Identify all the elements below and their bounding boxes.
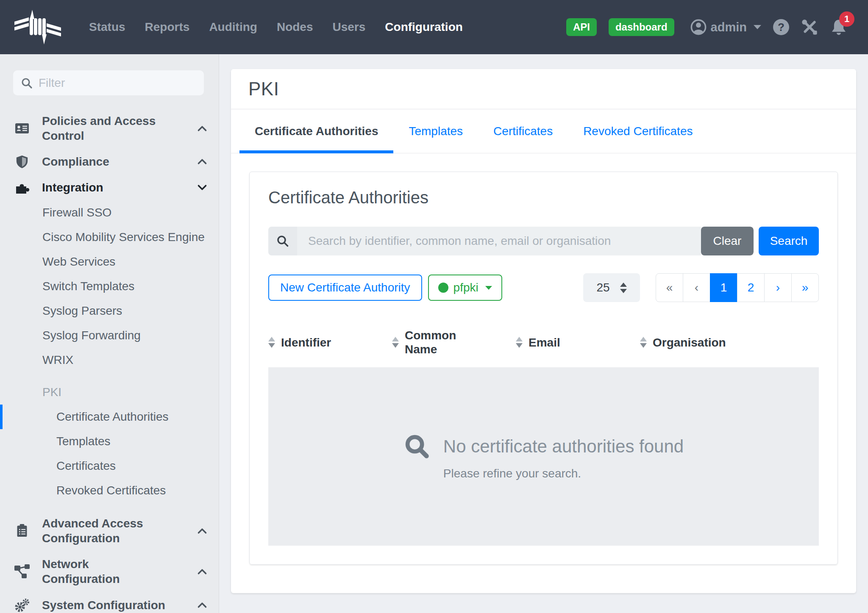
sidebar-filter[interactable] (13, 70, 204, 95)
sidebar-section-network-configuration[interactable]: Network Configuration (0, 551, 219, 592)
search-icon (21, 77, 33, 89)
sort-icon (640, 337, 647, 348)
sidebar-section-label: Advanced Access Configuration (42, 516, 169, 546)
chevron-down-icon (197, 184, 208, 191)
chevron-up-icon (197, 527, 208, 535)
sidebar-item-certificate-authorities[interactable]: Certificate Authorities (0, 405, 219, 429)
empty-state: No certificate authorities found Please … (268, 367, 819, 546)
search-row: Clear Search (268, 227, 819, 255)
sidebar-section-advanced-access[interactable]: Advanced Access Configuration (0, 510, 219, 551)
column-header-organisation[interactable]: Organisation (640, 328, 819, 356)
nav-auditing[interactable]: Auditing (209, 20, 257, 34)
chevron-down-icon (485, 286, 492, 290)
pagination-last[interactable]: » (791, 273, 819, 302)
new-certificate-authority-button[interactable]: New Certificate Authority (268, 275, 422, 301)
clipboard-icon (14, 523, 30, 538)
sidebar-item-label: Switch Templates (42, 280, 134, 293)
actions-row: New Certificate Authority pfpki 25 « ‹ 1 (268, 273, 819, 302)
puzzle-icon (14, 180, 30, 195)
card-title: Certificate Authorities (250, 172, 837, 207)
pfpki-dropdown[interactable]: pfpki (428, 275, 502, 301)
help-icon[interactable]: ? (773, 19, 789, 35)
column-header-identifier[interactable]: Identifier (268, 328, 392, 356)
sidebar-item-cisco-mse[interactable]: Cisco Mobility Services Engine (0, 225, 219, 250)
tab-certificates[interactable]: Certificates (478, 109, 568, 153)
nav-status[interactable]: Status (89, 20, 125, 34)
sidebar-section-label: Policies and Access Control (42, 114, 169, 143)
tab-revoked-certificates[interactable]: Revoked Certificates (568, 109, 708, 153)
filter-input[interactable] (39, 76, 196, 90)
sidebar-section-compliance[interactable]: Compliance (0, 149, 219, 175)
tab-label: Certificates (493, 125, 553, 138)
api-badge[interactable]: API (566, 18, 597, 36)
clear-button[interactable]: Clear (701, 227, 754, 255)
nav-nodes[interactable]: Nodes (277, 20, 313, 34)
packetfence-logo[interactable] (14, 9, 61, 45)
sidebar-item-switch-templates[interactable]: Switch Templates (0, 274, 219, 299)
sidebar-item-syslog-forwarding[interactable]: Syslog Forwarding (0, 323, 219, 348)
chevron-down-icon (754, 25, 761, 29)
sidebar-item-revoked-certificates[interactable]: Revoked Certificates (0, 478, 219, 503)
sort-icon (268, 337, 275, 348)
sidebar-section-integration[interactable]: Integration (0, 175, 219, 200)
search-input[interactable] (297, 227, 701, 255)
sidebar-item-label: Cisco Mobility Services Engine (42, 230, 205, 244)
pagination-first[interactable]: « (656, 273, 683, 302)
tab-label: Revoked Certificates (583, 125, 693, 138)
chevron-up-icon (197, 602, 208, 609)
page-size-select[interactable]: 25 (583, 273, 640, 302)
username: admin (711, 20, 747, 34)
page-size-value: 25 (596, 281, 609, 294)
sidebar-item-label: WRIX (42, 353, 73, 367)
column-label: Identifier (281, 336, 331, 349)
sidebar-item-certificates[interactable]: Certificates (0, 454, 219, 478)
sidebar-item-label: Templates (56, 435, 111, 448)
user-menu[interactable]: admin (690, 19, 761, 35)
sidebar-item-label: Syslog Forwarding (42, 329, 141, 342)
sidebar-section-label: Network Configuration (42, 557, 169, 586)
chevron-up-icon (197, 158, 208, 165)
tab-templates[interactable]: Templates (393, 109, 478, 153)
tab-certificate-authorities[interactable]: Certificate Authorities (239, 109, 393, 153)
nav-configuration[interactable]: Configuration (385, 20, 463, 34)
sidebar-section-system-configuration[interactable]: System Configuration (0, 592, 219, 613)
sidebar-menu: Policies and Access Control Compliance (0, 108, 219, 613)
sidebar-item-label: Syslog Parsers (42, 304, 122, 318)
empty-state-title: No certificate authorities found (443, 436, 684, 457)
notifications-button[interactable]: 1 (830, 18, 848, 36)
pagination-prev[interactable]: ‹ (683, 273, 710, 302)
sidebar-subsection-pki: PKI (0, 380, 219, 405)
sidebar-item-label: Revoked Certificates (56, 484, 166, 497)
sort-icon (516, 337, 523, 348)
sidebar: Policies and Access Control Compliance (0, 54, 219, 613)
search-input-group: Clear (268, 227, 754, 255)
sidebar-item-templates[interactable]: Templates (0, 429, 219, 454)
pfpki-label: pfpki (453, 281, 479, 294)
gears-icon (14, 597, 30, 613)
sidebar-item-wrix[interactable]: WRIX (0, 348, 219, 372)
pagination-page-1[interactable]: 1 (710, 273, 737, 302)
column-label: Organisation (653, 336, 726, 349)
column-header-email[interactable]: Email (516, 328, 640, 356)
chevron-up-icon (197, 125, 208, 132)
nav-users[interactable]: Users (332, 20, 365, 34)
sidebar-item-label: Firewall SSO (42, 206, 111, 219)
pagination-page-2[interactable]: 2 (737, 273, 765, 302)
column-header-common-name[interactable]: Common Name (392, 328, 516, 356)
sidebar-section-policies[interactable]: Policies and Access Control (0, 108, 219, 149)
notification-count-badge: 1 (839, 11, 854, 27)
tools-icon[interactable] (801, 19, 818, 36)
search-icon (403, 433, 431, 460)
dashboard-badge[interactable]: dashboard (609, 18, 674, 36)
sidebar-item-web-services[interactable]: Web Services (0, 250, 219, 274)
sidebar-item-syslog-parsers[interactable]: Syslog Parsers (0, 299, 219, 323)
tab-bar: Certificate Authorities Templates Certif… (231, 109, 856, 153)
sidebar-item-firewall-sso[interactable]: Firewall SSO (0, 200, 219, 225)
main-nav: Status Reports Auditing Nodes Users Conf… (89, 20, 463, 34)
pagination-next[interactable]: › (764, 273, 792, 302)
search-button[interactable]: Search (759, 227, 819, 255)
nav-reports[interactable]: Reports (145, 20, 190, 34)
sidebar-item-label: Certificate Authorities (56, 410, 169, 424)
network-icon (14, 564, 30, 579)
status-dot-icon (438, 283, 448, 293)
